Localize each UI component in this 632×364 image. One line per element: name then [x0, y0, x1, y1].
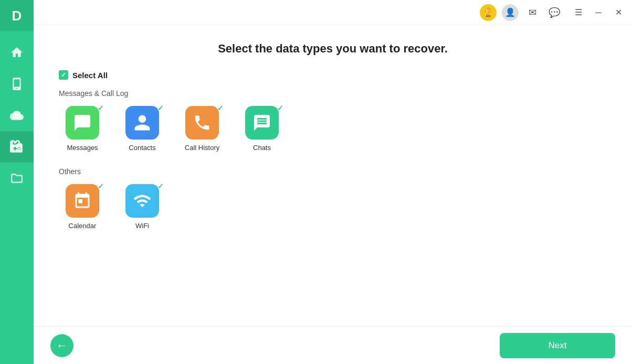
- wifi-check: ✓: [157, 182, 164, 190]
- contacts-check: ✓: [157, 104, 164, 112]
- section-title-others: Others: [59, 167, 607, 176]
- sidebar-item-device[interactable]: [0, 68, 34, 100]
- messages-icon: [66, 106, 99, 140]
- sidebar-item-cloud[interactable]: [0, 100, 34, 131]
- minimize-button[interactable]: ─: [591, 5, 606, 20]
- back-button[interactable]: ←: [50, 334, 73, 357]
- calendar-icon: [66, 184, 99, 218]
- select-all-checkbox[interactable]: [59, 70, 68, 80]
- bottom-bar: ← Next: [34, 326, 632, 364]
- close-button[interactable]: ✕: [611, 5, 626, 20]
- call-history-label: Call History: [185, 144, 219, 152]
- contacts-icon: [125, 106, 159, 140]
- trophy-icon[interactable]: 🏆: [480, 4, 497, 21]
- window-controls: ☰ ─ ✕: [571, 5, 626, 20]
- messages-items-grid: ✓ Messages ✓ Contacts ✓ Call: [59, 106, 607, 152]
- mail-icon[interactable]: ✉: [524, 4, 541, 21]
- data-item-call-history[interactable]: ✓ Call History: [178, 106, 226, 152]
- title-bar: 🏆 👤 ✉ 💬 ☰ ─ ✕: [34, 0, 632, 25]
- home-icon: [10, 46, 24, 59]
- logo-letter: D: [12, 8, 22, 24]
- cloud-icon: [10, 109, 24, 122]
- sidebar-item-data[interactable]: [0, 131, 34, 163]
- back-arrow-icon: ←: [56, 339, 68, 352]
- wifi-icon: [125, 184, 159, 218]
- device-icon: [10, 77, 24, 91]
- others-items-grid: ✓ Calendar ✓ WiFi: [59, 184, 607, 230]
- call-history-icon: [185, 106, 219, 140]
- data-item-contacts[interactable]: ✓ Contacts: [119, 106, 166, 152]
- user-icon[interactable]: 👤: [502, 4, 519, 21]
- files-icon: [10, 172, 24, 185]
- chats-icon: [245, 106, 279, 140]
- select-all-row: Select All: [59, 70, 607, 80]
- section-title-messages: Messages & Call Log: [59, 89, 607, 98]
- sidebar-nav: [0, 31, 34, 364]
- contacts-label: Contacts: [129, 144, 155, 152]
- select-all-label: Select All: [72, 71, 108, 80]
- wifi-label: WiFi: [135, 222, 149, 230]
- sidebar-item-home[interactable]: [0, 37, 34, 68]
- data-item-wifi[interactable]: ✓ WiFi: [119, 184, 166, 230]
- chats-check: ✓: [277, 104, 283, 112]
- calendar-check: ✓: [98, 182, 104, 190]
- messages-check: ✓: [98, 104, 104, 112]
- next-button[interactable]: Next: [500, 333, 615, 358]
- data-item-calendar[interactable]: ✓ Calendar: [59, 184, 106, 230]
- app-window: 🏆 👤 ✉ 💬 ☰ ─ ✕ Select the data types you …: [34, 0, 632, 364]
- chats-label: Chats: [253, 144, 271, 152]
- calendar-label: Calendar: [69, 222, 97, 230]
- messages-label: Messages: [67, 144, 98, 152]
- main-content: Select the data types you want to recove…: [34, 25, 632, 326]
- data-recovery-icon: [10, 140, 24, 154]
- sidebar-item-files[interactable]: [0, 163, 34, 194]
- sidebar: D: [0, 0, 34, 364]
- data-item-chats[interactable]: ✓ Chats: [238, 106, 286, 152]
- app-logo: D: [0, 0, 34, 31]
- call-history-check: ✓: [217, 104, 224, 112]
- chat-icon[interactable]: 💬: [546, 4, 563, 21]
- data-item-messages[interactable]: ✓ Messages: [59, 106, 106, 152]
- page-title: Select the data types you want to recove…: [59, 42, 607, 56]
- menu-icon[interactable]: ☰: [571, 5, 586, 20]
